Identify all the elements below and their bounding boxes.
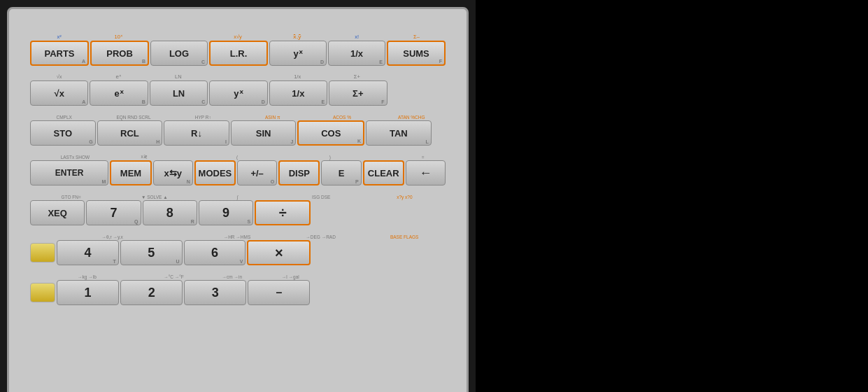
row5-buttons: XEQ 7 Q 8 R 9 S ÷ [30, 200, 446, 225]
label-xqy-xq0: x?y x?0 [364, 195, 446, 200]
xeq-button[interactable]: XEQ [30, 200, 85, 225]
label-x2: x² [30, 34, 88, 40]
yellow-key2[interactable] [30, 283, 55, 302]
divide-button[interactable]: ÷ [255, 200, 311, 225]
label-atan: ATAN %CHG [378, 115, 446, 120]
label-isg-dse: ISG DSE [280, 195, 362, 200]
label-cmplx: CMPLX [30, 115, 98, 120]
row4-buttons: ENTER M MEM x⇆y N MODES +/– O DISP E P C… [30, 160, 446, 186]
label-e-above: ) [308, 155, 353, 160]
four-button[interactable]: 4 T [57, 240, 119, 265]
label-10x: 10ˣ [90, 34, 148, 40]
clear-button[interactable]: CLEAR [363, 160, 404, 186]
row2-buttons: √x A eˣ B LN C yˣ D 1/x E Σ+ F [30, 80, 446, 106]
label-theta-r: →θ,r →y,x [30, 234, 194, 239]
onex2-button[interactable]: 1/x E [269, 80, 327, 106]
row1-above-labels: x² 10ˣ x√y x̄,ȳ x! Σ– [30, 30, 446, 40]
label-gto: GTO FN= [30, 195, 112, 200]
sigmaplus-button[interactable]: Σ+ F [329, 80, 387, 106]
cos-button[interactable]: COS K [297, 120, 364, 146]
label-sigma-minus: Σ– [387, 34, 446, 40]
modes-button[interactable]: MODES [194, 160, 236, 186]
log-button[interactable]: LOG C [150, 41, 208, 66]
label-mem-above: x≷ [122, 154, 166, 160]
label-hr-hms: →HR →HMS [196, 234, 278, 239]
label-acos: ACOS % [308, 115, 376, 120]
seven-button[interactable]: 7 Q [86, 200, 141, 225]
row3-buttons: STO G RCL H R↓ I SIN J COS K TAN L [30, 120, 446, 146]
multiply-button[interactable]: × [247, 240, 311, 265]
calculator-panel: x² 10ˣ x√y x̄,ȳ x! Σ– PARTS A PROB B LOG… [7, 7, 469, 392]
rcl-button[interactable]: RCL H [97, 120, 163, 146]
label-kg-lb: →kg →lb [30, 274, 144, 279]
label-base-flags: BASE FLAGS [363, 234, 446, 239]
label-cm-in: →cm →in [204, 274, 260, 279]
label-asin: ASIN π [239, 115, 306, 120]
five-button[interactable]: 5 U [120, 240, 183, 265]
row1-buttons: PARTS A PROB B LOG C L.R. yˣ D 1/x E SUM… [30, 41, 446, 66]
row5-above-labels: GTO FN= ▼ SOLVE ▲ ∫ ISG DSE x?y x?0 [30, 190, 446, 200]
disp-button[interactable]: DISP [278, 160, 320, 186]
sums-button[interactable]: SUMS F [387, 41, 446, 66]
label-eqn: EQN RND SCRL [99, 115, 167, 120]
label-integral: ∫ [197, 195, 278, 200]
sin-button[interactable]: SIN J [231, 120, 297, 146]
label-back-above: = [401, 155, 446, 160]
parts-button[interactable]: PARTS A [30, 41, 89, 66]
tan-button[interactable]: TAN L [366, 120, 432, 146]
row4-above-labels: LASTx SHOW x≷ ( ) = [30, 150, 446, 160]
label-ex: eˣ [90, 74, 148, 80]
label-xfact: x! [328, 34, 386, 40]
enter-button[interactable]: ENTER M [30, 160, 108, 186]
yellow-key1[interactable] [30, 243, 55, 262]
row6-above-labels: →θ,r →y,x →HR →HMS →DEG →RAD BASE FLAGS [30, 230, 446, 239]
yx2-button[interactable]: yˣ D [209, 80, 267, 106]
ln-button[interactable]: LN C [150, 80, 208, 106]
mem-button[interactable]: MEM [110, 160, 151, 186]
prob-button[interactable]: PROB B [90, 41, 149, 66]
label-plus-above: ( [215, 155, 259, 160]
label-deg-rad: →DEG →RAD [280, 234, 362, 239]
one-button[interactable]: 1 [57, 280, 119, 305]
yx-button[interactable]: yˣ D [269, 41, 327, 66]
three-button[interactable]: 3 [184, 280, 246, 305]
sqrtx-button[interactable]: √x A [30, 80, 88, 106]
label-xrooty: x√y [208, 34, 266, 40]
label-lastx-show: LASTx SHOW [30, 155, 120, 160]
sto-button[interactable]: STO G [30, 120, 96, 146]
six-button[interactable]: 6 V [184, 240, 246, 265]
row7-buttons: 1 2 3 – [30, 280, 446, 305]
label-sqrtx: √x [30, 74, 88, 80]
label-sigma-plus-above: Σ+ [328, 74, 386, 80]
row7-above-labels: →kg →lb →°C →°F →cm →in →l →gal [30, 270, 446, 279]
row3-above-labels: CMPLX EQN RND SCRL HYP R↑ ASIN π ACOS % … [30, 110, 446, 120]
onex-button[interactable]: 1/x E [328, 41, 385, 66]
label-ln-above: LN [149, 74, 207, 80]
two-button[interactable]: 2 [120, 280, 183, 305]
eight-button[interactable]: 8 R [143, 200, 197, 225]
e-button[interactable]: E P [321, 160, 361, 186]
right-panel [476, 0, 868, 392]
label-l-gal: →l →gal [262, 274, 319, 279]
xswap-button[interactable]: x⇆y N [153, 160, 193, 186]
plusminus-button[interactable]: +/– O [237, 160, 277, 186]
rdown-button[interactable]: R↓ I [164, 120, 229, 146]
label-solve-down: ▼ SOLVE ▲ [113, 195, 195, 200]
row6-buttons: 4 T 5 U 6 V × [30, 240, 446, 265]
backspace-button[interactable]: ← [406, 160, 446, 186]
minus-button[interactable]: – [248, 280, 310, 305]
label-c-f: →°C →°F [145, 274, 202, 279]
row2-above-labels: √x eˣ LN 1/x Σ+ [30, 70, 446, 80]
label-1x-above: 1/x [269, 74, 327, 80]
ex-button[interactable]: eˣ B [90, 80, 148, 106]
lr-button[interactable]: L.R. [209, 41, 268, 66]
label-xbary: x̄,ȳ [269, 34, 327, 40]
label-hyp: HYP R↑ [169, 115, 237, 120]
nine-button[interactable]: 9 S [199, 200, 253, 225]
